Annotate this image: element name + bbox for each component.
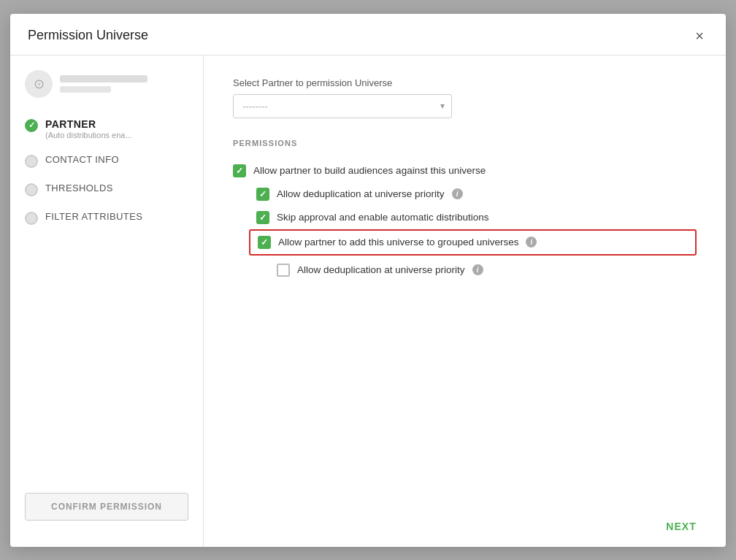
sidebar-item-contact-label: CONTACT INFO bbox=[45, 154, 119, 165]
info-icon-perm4[interactable]: i bbox=[526, 237, 537, 248]
close-button[interactable]: × bbox=[691, 27, 708, 45]
sidebar-nav: PARTNER (Auto distributions ena... CONTA… bbox=[10, 111, 203, 481]
permission-row-4-wrapper: Allow partner to add this universe to gr… bbox=[233, 229, 697, 256]
permission-row-2: Allow deduplication at universe priority… bbox=[233, 183, 697, 206]
main-footer: NEXT bbox=[233, 509, 697, 532]
perm5-text: Allow deduplication at universe priority bbox=[297, 264, 465, 275]
sidebar-item-thresholds-label: THRESHOLDS bbox=[45, 183, 113, 193]
permission-row-4-highlighted: Allow partner to add this universe to gr… bbox=[249, 229, 697, 256]
next-button[interactable]: NEXT bbox=[666, 521, 697, 532]
checkbox-perm3[interactable] bbox=[256, 211, 269, 224]
permissions-list: Allow partner to build audiences against… bbox=[233, 159, 697, 282]
sidebar-item-contact-info[interactable]: CONTACT INFO bbox=[10, 147, 203, 175]
sidebar-item-partner[interactable]: PARTNER (Auto distributions ena... bbox=[10, 111, 203, 147]
avatar-text-block bbox=[60, 75, 147, 93]
perm1-text: Allow partner to build audiences against… bbox=[253, 165, 486, 176]
avatar-line2 bbox=[60, 86, 111, 93]
sidebar-item-thresholds[interactable]: THRESHOLDS bbox=[10, 175, 203, 204]
modal-container: Permission Universe × ⊙ bbox=[10, 14, 726, 547]
confirm-permission-button[interactable]: CONFIRM PERMISSION bbox=[25, 493, 188, 521]
info-icon-perm5[interactable]: i bbox=[472, 264, 483, 275]
perm3-text: Skip approval and enable automatic distr… bbox=[277, 212, 488, 223]
step-indicator-thresholds bbox=[25, 183, 38, 196]
permission-row-1: Allow partner to build audiences against… bbox=[233, 159, 697, 183]
sidebar-footer: CONFIRM PERMISSION bbox=[10, 481, 203, 532]
avatar-icon: ⊙ bbox=[25, 70, 53, 98]
perm4-inner: Allow partner to add this universe to gr… bbox=[258, 236, 688, 249]
checkbox-perm2[interactable] bbox=[256, 188, 269, 201]
checkbox-perm5[interactable] bbox=[277, 264, 290, 277]
modal-title: Permission Universe bbox=[28, 28, 148, 43]
sidebar-item-partner-sub: (Auto distributions ena... bbox=[45, 131, 132, 139]
select-partner-wrapper: -------- ▾ bbox=[233, 94, 452, 118]
main-content: Select Partner to permission Universe --… bbox=[204, 55, 726, 547]
sidebar-item-filter-label: FILTER ATTRIBUTES bbox=[45, 211, 142, 222]
modal-overlay: Permission Universe × ⊙ bbox=[0, 0, 736, 560]
modal-body: ⊙ PARTNER (Auto distributions ena... bbox=[10, 55, 726, 547]
sidebar-item-partner-label: PARTNER bbox=[45, 118, 132, 130]
perm2-text: Allow deduplication at universe priority bbox=[277, 188, 445, 199]
checkbox-perm1[interactable] bbox=[233, 164, 246, 177]
sidebar-avatar-area: ⊙ bbox=[10, 70, 203, 111]
permission-row-3: Skip approval and enable automatic distr… bbox=[233, 206, 697, 229]
permission-row-5: Allow deduplication at universe priority… bbox=[233, 258, 697, 282]
sidebar: ⊙ PARTNER (Auto distributions ena... bbox=[10, 55, 204, 547]
perm4-text: Allow partner to add this universe to gr… bbox=[278, 237, 518, 248]
step-indicator-partner bbox=[25, 119, 38, 132]
avatar-line1 bbox=[60, 75, 147, 83]
info-icon-perm2[interactable]: i bbox=[452, 188, 463, 199]
checkbox-perm4[interactable] bbox=[258, 236, 271, 249]
step-indicator-filter bbox=[25, 212, 38, 225]
modal-header: Permission Universe × bbox=[10, 14, 726, 55]
select-partner-dropdown[interactable]: -------- bbox=[233, 94, 452, 118]
sidebar-item-filter-attributes[interactable]: FILTER ATTRIBUTES bbox=[10, 204, 203, 232]
select-partner-label: Select Partner to permission Universe bbox=[233, 77, 697, 88]
step-indicator-contact bbox=[25, 155, 38, 168]
permissions-section-label: PERMISSIONS bbox=[233, 139, 697, 147]
